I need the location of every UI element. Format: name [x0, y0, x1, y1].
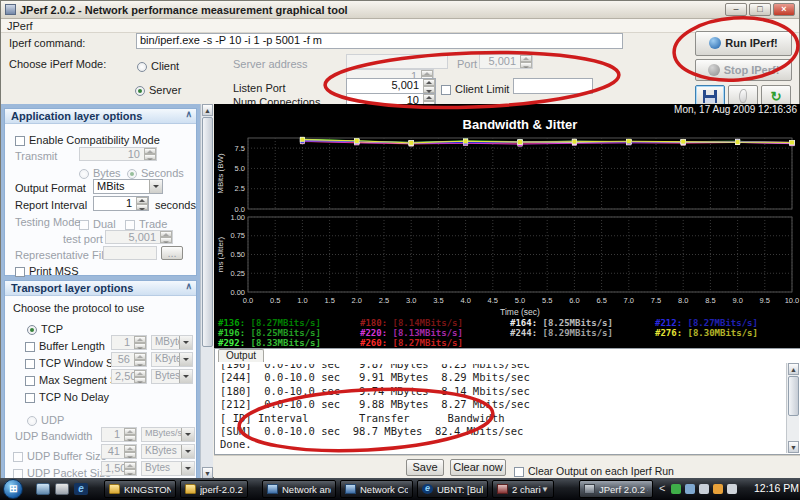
- application-layer-header[interactable]: Application layer options∧: [5, 109, 196, 124]
- volume-icon[interactable]: [727, 484, 737, 494]
- udp-buffer-stepper[interactable]: 41: [101, 444, 137, 459]
- globe-gray-icon: [708, 64, 720, 76]
- svg-text:3.0: 3.0: [406, 296, 416, 305]
- svg-text:7.5: 7.5: [235, 144, 245, 153]
- taskbar: ⊞ e KINGSTON (F:)jperf-2.0.2Network and …: [0, 478, 800, 500]
- tcp-window-unit-select[interactable]: KBytes: [151, 352, 193, 367]
- taskbar-item-5[interactable]: eUBNT: [Bullet ...: [417, 480, 488, 498]
- messenger-icon[interactable]: [699, 484, 709, 494]
- output-line: Done.: [220, 438, 784, 451]
- stop-iperf-button[interactable]: Stop IPerf!: [695, 59, 792, 81]
- output-tab[interactable]: Output: [218, 349, 264, 362]
- legend-entry: #220: [8.13MBits/s]: [360, 328, 510, 338]
- network-status-icon[interactable]: [671, 484, 681, 494]
- show-desktop-icon[interactable]: [36, 483, 50, 495]
- taskbar-item-label: JPerf 2.0.2 - N...: [599, 484, 648, 495]
- taskbar-item-label: KINGSTON (F:): [124, 484, 171, 495]
- svg-text:6.5: 6.5: [596, 296, 606, 305]
- client-limit-input[interactable]: [513, 78, 593, 94]
- output-line: [212] 0.0-10.0 sec 9.88 MBytes 8.27 Mbit…: [220, 398, 784, 411]
- svg-text:6.0: 6.0: [569, 296, 579, 305]
- collapse-icon[interactable]: ∧: [185, 281, 192, 291]
- group-dropdown-icon[interactable]: ▼: [541, 485, 549, 494]
- legend-entry: #292: [8.33MBits/s]: [218, 338, 360, 348]
- windows-logo-icon: ⊞: [9, 483, 17, 494]
- taskbar-item-2[interactable]: jperf-2.0.2: [180, 480, 248, 498]
- server-address-input[interactable]: [346, 54, 448, 69]
- iperf-command-label: Iperf command:: [9, 37, 85, 49]
- browse-button[interactable]: ...: [161, 246, 183, 260]
- report-interval-stepper[interactable]: 1: [93, 196, 149, 211]
- rep-file-label: Representative File: [15, 249, 110, 261]
- iperf-command-input[interactable]: bin/iperf.exe -s -P 10 -i 1 -p 5001 -f m: [136, 33, 623, 49]
- transport-layer-header[interactable]: Transport layer options∧: [5, 281, 196, 296]
- taskbar-item-1[interactable]: KINGSTON (F:): [104, 480, 176, 498]
- taskbar-item-3[interactable]: Network and ...: [262, 480, 336, 498]
- client-limit-checkbox[interactable]: Client Limit: [441, 80, 509, 98]
- menu-jperf[interactable]: JPerf: [7, 20, 33, 32]
- svg-text:8.0: 8.0: [678, 296, 688, 305]
- max-segment-unit-select[interactable]: Bytes: [151, 369, 193, 384]
- transmit-stepper[interactable]: 10: [79, 147, 157, 161]
- network-icon: [345, 484, 356, 494]
- legend-entry: #180: [8.14MBits/s]: [360, 318, 510, 328]
- buffer-length-unit-select[interactable]: MBytes: [151, 335, 193, 350]
- taskbar-item-label: jperf-2.0.2: [200, 484, 243, 495]
- udp-packet-unit-select[interactable]: Bytes: [141, 461, 195, 476]
- output-text[interactable]: [196] 0.0-10.0 sec 9.87 MBytes 8.25 Mbit…: [220, 364, 784, 452]
- switch-windows-icon[interactable]: [55, 483, 69, 495]
- chart-legend: #136: [8.27MBits/s]#196: [8.25MBits/s]#2…: [218, 318, 798, 348]
- output-line: [244] 0.0-10.0 sec 9.91 MBytes 8.29 Mbit…: [220, 371, 784, 384]
- output-scrollbar[interactable]: ▲ ▼: [786, 363, 799, 453]
- clear-now-button[interactable]: Clear now: [450, 459, 506, 476]
- tcp-radio[interactable]: TCP: [27, 320, 63, 338]
- minimize-button[interactable]: –: [725, 3, 747, 16]
- svg-text:4.5: 4.5: [488, 296, 498, 305]
- internet-explorer-icon[interactable]: e: [74, 483, 88, 495]
- output-toolbar: Save Clear now Clear Output on each Iper…: [214, 455, 800, 479]
- scroll-down-icon: ▼: [788, 441, 799, 453]
- maximize-button[interactable]: □: [749, 3, 771, 16]
- chart-panel: Mon, 17 Aug 2009 12:16:36 Bandwidth & Ji…: [214, 104, 800, 348]
- max-segment-stepper[interactable]: 2,500: [111, 369, 147, 384]
- tcp-window-stepper[interactable]: 56: [111, 352, 147, 367]
- udp-bandwidth-stepper[interactable]: 1: [101, 427, 137, 442]
- udp-bandwidth-unit-select[interactable]: MBytes/sec: [141, 427, 195, 442]
- test-port-label: test port: [63, 233, 103, 245]
- port-stepper[interactable]: 5,001: [479, 54, 533, 69]
- rep-file-input[interactable]: [103, 246, 157, 260]
- udp-packet-stepper[interactable]: 1,500: [101, 461, 137, 476]
- taskbar-item-6[interactable]: 2 chariot▼: [492, 480, 554, 498]
- display-icon[interactable]: [685, 484, 695, 494]
- collapse-icon[interactable]: ∧: [185, 109, 192, 119]
- buffer-length-checkbox[interactable]: Buffer Length: [25, 337, 105, 355]
- close-button[interactable]: ×: [773, 3, 795, 16]
- output-format-select[interactable]: MBits: [93, 179, 163, 194]
- buffer-length-stepper[interactable]: 1: [111, 335, 147, 350]
- server-mode-radio[interactable]: Server: [135, 81, 181, 99]
- update-icon[interactable]: [713, 484, 723, 494]
- print-mss-checkbox[interactable]: Print MSS: [15, 262, 79, 280]
- network-icon: [267, 484, 278, 494]
- start-button[interactable]: ⊞: [3, 479, 23, 499]
- taskbar-item-4[interactable]: Network Con...: [340, 480, 413, 498]
- listen-port-stepper[interactable]: 5,001: [346, 78, 436, 94]
- svg-text:5.5: 5.5: [542, 296, 552, 305]
- udp-buffer-checkbox[interactable]: UDP Buffer Size: [13, 447, 107, 465]
- client-mode-radio[interactable]: Client: [137, 57, 179, 75]
- svg-text:10.0: 10.0: [785, 296, 800, 305]
- test-port-stepper[interactable]: 5,001: [105, 230, 173, 244]
- svg-text:ms (Jitter): ms (Jitter): [216, 236, 225, 272]
- save-output-button[interactable]: Save: [406, 459, 444, 476]
- legend-entry: #260: [8.27MBits/s]: [360, 338, 510, 348]
- system-tray: [671, 484, 737, 494]
- options-scrollbar[interactable]: ▲ ▼: [200, 104, 213, 479]
- udp-radio[interactable]: UDP: [27, 411, 64, 429]
- taskbar-item-7[interactable]: JPerf 2.0.2 - N...: [579, 480, 653, 498]
- run-iperf-button[interactable]: Run IPerf!: [695, 31, 792, 56]
- mode-label: Choose iPerf Mode:: [9, 58, 106, 70]
- udp-buffer-unit-select[interactable]: KBytes: [141, 444, 195, 459]
- folder-icon: [185, 484, 196, 494]
- tcp-no-delay-checkbox[interactable]: TCP No Delay: [25, 388, 109, 406]
- tray-chevron[interactable]: <: [659, 482, 665, 494]
